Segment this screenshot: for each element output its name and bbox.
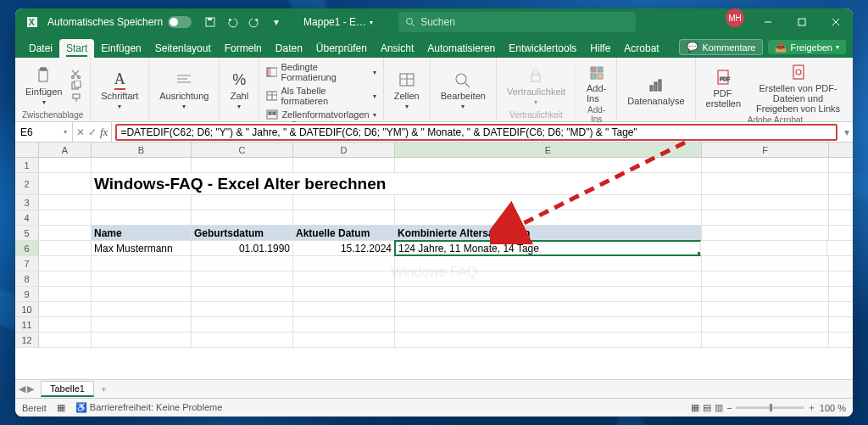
addins-button[interactable]: Add-Ins (583, 61, 609, 105)
data-current[interactable]: 15.12.2024 (293, 241, 395, 255)
tab-datei[interactable]: Datei (22, 39, 59, 58)
close-button[interactable] (819, 8, 853, 36)
view-pagebreak-icon[interactable]: ▥ (715, 402, 723, 413)
maximize-button[interactable] (785, 8, 819, 36)
user-avatar[interactable]: MH (726, 8, 744, 27)
toggle-icon (168, 16, 192, 28)
zoom-control[interactable]: − ＋ 100 % (726, 401, 846, 414)
tab-seitenlayout[interactable]: Seitenlayout (148, 39, 218, 58)
row-header[interactable]: 12 (15, 333, 39, 347)
view-layout-icon[interactable]: ▤ (703, 402, 711, 413)
pdf-share-button[interactable]: Erstellen von PDF-Dateien und Freigeben … (748, 61, 849, 115)
autosave-toggle[interactable]: Automatisches Speichern (47, 16, 192, 28)
view-normal-icon[interactable]: ▦ (691, 402, 699, 413)
tab-ansicht[interactable]: Ansicht (374, 39, 420, 58)
undo-icon[interactable] (222, 12, 242, 32)
row-header[interactable]: 5 (15, 226, 39, 240)
pdf-create-button[interactable]: PDFPDF erstellen (703, 66, 743, 110)
sheet-nav-prev-icon[interactable]: ◀ (19, 383, 25, 394)
data-birth[interactable]: 01.01.1990 (192, 241, 293, 255)
title-cell[interactable]: Windows-FAQ - Excel Alter berechnen (92, 173, 702, 194)
row-header[interactable]: 11 (15, 317, 39, 332)
tab-hilfe[interactable]: Hilfe (583, 39, 617, 58)
tab-automatisieren[interactable]: Automatisieren (420, 39, 502, 58)
row-header[interactable]: 8 (15, 271, 39, 286)
zoom-out-icon[interactable]: − (726, 403, 732, 413)
fx-icon[interactable]: fx (100, 126, 108, 139)
cell-styles-button[interactable]: Zellenformatvorlagen▾ (266, 109, 376, 120)
tab-acrobat[interactable]: Acrobat (617, 39, 665, 58)
tab-einfuegen[interactable]: Einfügen (94, 39, 147, 58)
zoom-in-icon[interactable]: ＋ (807, 401, 816, 414)
accept-formula-icon[interactable]: ✓ (88, 126, 97, 138)
macro-indicator-icon[interactable]: ▦ (57, 402, 65, 413)
zoom-level[interactable]: 100 % (820, 403, 846, 413)
cut-icon[interactable] (70, 69, 82, 79)
format-as-table-button[interactable]: Als Tabelle formatieren▾ (266, 85, 376, 107)
row-header[interactable]: 10 (15, 302, 39, 316)
editing-button[interactable]: Bearbeiten▾ (437, 69, 489, 112)
format-painter-icon[interactable] (70, 92, 82, 103)
header-combined[interactable]: Kombinierte Altersangaben (395, 226, 702, 240)
header-current[interactable]: Aktuelle Datum (293, 226, 395, 240)
expand-formula-icon[interactable]: ▾ (841, 126, 853, 138)
paste-button[interactable]: Einfügen▾ (22, 64, 65, 108)
row-header[interactable]: 6 (15, 241, 39, 255)
search-box[interactable]: Suchen (398, 12, 636, 32)
row-header[interactable]: 4 (15, 210, 39, 225)
minimize-button[interactable] (751, 8, 785, 36)
tab-start[interactable]: Start (59, 39, 94, 58)
col-header-f[interactable]: F (702, 143, 829, 157)
tab-daten[interactable]: Daten (269, 39, 309, 58)
analysis-button[interactable]: Datenanalyse (624, 74, 687, 108)
row-header[interactable]: 7 (15, 256, 39, 271)
cells-button[interactable]: Zellen▾ (391, 69, 423, 112)
alignment-button[interactable]: Ausrichtung▾ (156, 69, 212, 112)
new-sheet-button[interactable]: ＋ (99, 383, 108, 395)
select-all-corner[interactable] (15, 143, 39, 157)
svg-rect-44 (793, 65, 804, 79)
number-button[interactable]: %Zahl▾ (226, 69, 252, 112)
header-birth[interactable]: Geburtsdatum (192, 226, 293, 240)
header-name[interactable]: Name (92, 226, 192, 240)
ribbon: Einfügen▾ Zwischenablage ASchriftart▾ Au… (15, 58, 853, 122)
copy-icon[interactable] (70, 81, 82, 91)
formula-input[interactable]: =DATEDIF(C62; D6; "Y") & " Jahre, " & DA… (115, 124, 837, 141)
col-header-d[interactable]: D (293, 143, 395, 157)
col-header-a[interactable]: A (39, 143, 92, 157)
status-ready: Bereit (22, 403, 47, 413)
name-box[interactable]: E6▾ (15, 122, 73, 142)
sheet-tab-active[interactable]: Tabelle1 (41, 381, 94, 397)
redo-icon[interactable] (244, 12, 264, 32)
accessibility-status[interactable]: ♿ Barrierefreiheit: Keine Probleme (75, 402, 223, 413)
spreadsheet-grid[interactable]: A B C D E F 1 2Windows-FAQ - Excel Alter… (15, 143, 853, 379)
sheet-nav-next-icon[interactable]: ▶ (27, 383, 34, 394)
document-name[interactable]: Mappe1 - E… (303, 16, 366, 28)
row-header[interactable]: 1 (15, 158, 39, 172)
comments-button[interactable]: 💬Kommentare (679, 39, 763, 55)
group-label: Zwischenablage (22, 110, 83, 120)
quick-access-toolbar: ▾ (200, 12, 287, 32)
row-header[interactable]: 3 (15, 195, 39, 210)
selected-cell[interactable]: 124 Jahre, 11 Monate, 14 Tage (394, 240, 701, 256)
group-styles: Bedingte Formatierung▾ Als Tabelle forma… (259, 58, 383, 121)
row-header[interactable]: 9 (15, 287, 39, 301)
tab-formeln[interactable]: Formeln (218, 39, 269, 58)
col-header-c[interactable]: C (192, 143, 293, 157)
share-button[interactable]: 📤Freigeben▾ (768, 40, 846, 54)
save-icon[interactable] (200, 12, 220, 32)
qat-more-icon[interactable]: ▾ (266, 12, 287, 32)
svg-point-45 (796, 70, 801, 75)
font-button[interactable]: ASchriftart▾ (97, 69, 142, 112)
tab-entwicklertools[interactable]: Entwicklertools (502, 39, 583, 58)
col-header-e[interactable]: E (395, 143, 702, 157)
conditional-format-button[interactable]: Bedingte Formatierung▾ (266, 61, 376, 83)
cancel-formula-icon[interactable]: ✕ (76, 126, 85, 138)
zoom-slider[interactable] (736, 406, 804, 409)
data-name[interactable]: Max Mustermann (92, 241, 192, 255)
col-header-b[interactable]: B (92, 143, 192, 157)
group-label: Vertraulichkeit (504, 110, 569, 120)
autosave-label: Automatisches Speichern (47, 16, 163, 28)
row-header[interactable]: 2 (15, 173, 39, 194)
tab-ueberpruefen[interactable]: Überprüfen (309, 39, 374, 58)
